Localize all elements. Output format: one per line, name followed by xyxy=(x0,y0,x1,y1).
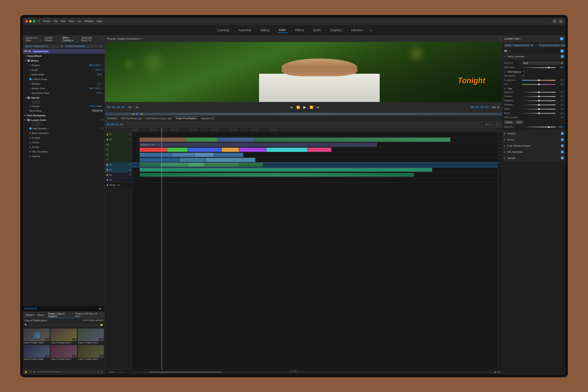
clip-v1-5[interactable] xyxy=(239,163,263,166)
bc-auto-button[interactable]: Auto xyxy=(515,120,524,124)
workspace-libraries[interactable]: Libraries xyxy=(349,28,364,33)
rotation-stopwatch[interactable]: ◷ xyxy=(29,82,31,85)
clip-v4-6[interactable] xyxy=(266,148,307,152)
refresh-icon[interactable]: ↺ xyxy=(97,370,99,373)
clip-v1-1[interactable] xyxy=(140,163,160,166)
clip-v2-3[interactable] xyxy=(206,158,255,162)
tab-lumetri-scopes[interactable]: Lumetri Scopes xyxy=(43,36,60,42)
clip-v3-2[interactable] xyxy=(172,153,194,157)
playhead[interactable] xyxy=(137,112,137,116)
tl-zoom-in[interactable]: + xyxy=(128,371,129,374)
tl-tool-text[interactable]: T xyxy=(496,123,498,126)
tab-project-kor[interactable]: Project: KOR Plus 15 secc xyxy=(74,312,101,318)
vignette-enable-checkbox[interactable] xyxy=(561,157,564,159)
tab-history[interactable]: History xyxy=(36,313,46,317)
apple-menu[interactable]:  xyxy=(39,20,40,23)
hdr-white-slider[interactable] xyxy=(522,67,556,68)
opacity-value[interactable]: 100.0 % xyxy=(89,105,97,107)
scale-value[interactable]: 100.0 xyxy=(95,69,100,71)
lumetri-enable-check[interactable] xyxy=(560,37,563,40)
workspace-graphics[interactable]: Graphics xyxy=(328,28,344,33)
tint-slider[interactable] xyxy=(522,84,556,85)
op-reset[interactable]: ↺ xyxy=(101,105,103,107)
lumetri-sequence-select[interactable]: Tonight (Final Master) * Adjust... xyxy=(538,44,565,47)
tab-source[interactable]: Source (no clips) xyxy=(24,36,42,42)
clip-v4-7[interactable] xyxy=(307,148,331,152)
position-y[interactable]: 540.0 xyxy=(95,64,100,66)
clip-v4-2[interactable] xyxy=(167,148,187,152)
af-stopwatch[interactable]: ◷ xyxy=(29,92,31,94)
af-reset[interactable]: ↺ xyxy=(101,92,103,94)
maximize-button[interactable] xyxy=(33,20,35,22)
tl-tab-tonight[interactable]: Tonight (Final Master) ≡ xyxy=(174,117,199,120)
view-menu[interactable]: View xyxy=(69,20,74,23)
uniform-scale-checkbox[interactable] xyxy=(29,78,31,80)
lumetri-layer-select[interactable]: Master * Adjustment Layer xyxy=(504,44,534,47)
workspace-effects[interactable]: Effects xyxy=(293,28,306,33)
window-menu[interactable]: Window xyxy=(84,20,93,23)
file-menu[interactable]: File xyxy=(54,20,58,23)
curves-enable-checkbox[interactable] xyxy=(561,138,564,141)
clip-a1-main[interactable] xyxy=(140,168,432,172)
vignette-header[interactable]: ▶ Vignette xyxy=(502,155,565,161)
zoom-slider[interactable] xyxy=(37,371,96,372)
sequence-dropdown[interactable]: Tonight (Final Maste... xyxy=(64,44,103,48)
exposure-slider[interactable] xyxy=(522,92,556,93)
ap-x[interactable]: 960.0 xyxy=(89,87,94,90)
list-item[interactable]: 1:04 Copy of Tonight Linked... xyxy=(23,328,50,344)
color-wheels-ec-row[interactable]: ▶ Curves xyxy=(23,145,105,149)
contrast-slider[interactable] xyxy=(522,96,556,97)
lumetri-check[interactable] xyxy=(561,50,564,52)
input-lut-select[interactable]: None xyxy=(522,61,564,65)
clip-v6[interactable] xyxy=(140,138,451,142)
tl-scroll-bar[interactable] xyxy=(131,372,492,373)
wb-eyedropper[interactable]: ✎ xyxy=(523,70,525,74)
ec-nav-prev[interactable]: ◀ xyxy=(98,308,100,310)
tab-markers[interactable]: Markers xyxy=(24,313,35,317)
clip-v3-4[interactable] xyxy=(214,153,243,157)
timeline-main[interactable]: 00:00 00:29:23 00:59:22 01:29:21 01:59:2… xyxy=(132,128,498,370)
tab-project-copy[interactable]: Project: Copy of Tonight ≡ xyxy=(47,312,73,318)
layer-dropdown[interactable]: Master * Adjustment La... xyxy=(24,44,63,48)
help-menu[interactable]: Help xyxy=(97,20,102,23)
go-to-start-btn[interactable]: ⏮ xyxy=(289,105,294,109)
tl-zoom-slider[interactable] xyxy=(109,372,126,372)
quality-select[interactable]: Full 1/2 1/4 xyxy=(490,105,500,109)
hsl-secondary-header[interactable]: ▶ HSL Secondary xyxy=(502,149,565,155)
workspace-more[interactable]: » xyxy=(370,28,372,32)
rotation-reset[interactable]: ↺ xyxy=(101,82,103,85)
clip-v4-5[interactable] xyxy=(239,148,266,152)
eye-icon-v7[interactable]: 👁 xyxy=(129,133,131,136)
curves-header[interactable]: ▶ Curves xyxy=(502,137,565,142)
clip-v3-3[interactable] xyxy=(195,153,214,157)
tl-tool-razor[interactable]: ✂ xyxy=(489,123,491,126)
time-remapping-section[interactable]: ▶ Time Remapping xyxy=(23,113,105,118)
tl-tab-kor30[interactable]: KOR Plus 30 sec. spot xyxy=(119,117,144,120)
op-stopwatch[interactable]: ◷ xyxy=(29,105,31,107)
color-wheels-header[interactable]: ▶ Color Wheels & Match xyxy=(502,143,565,149)
workspace-learning[interactable]: Learning xyxy=(216,28,231,33)
hd-checkbox[interactable] xyxy=(29,128,31,130)
creative-ec-row[interactable]: ▶ Creative xyxy=(23,136,105,140)
step-back-btn[interactable]: ⏪ xyxy=(295,105,301,109)
close-button[interactable] xyxy=(25,20,28,22)
workspace-editing[interactable]: Editing xyxy=(259,28,271,33)
play-btn[interactable]: ▶ xyxy=(302,104,307,110)
bc-reset-button[interactable]: Reset xyxy=(504,120,514,124)
clip-v1-3[interactable] xyxy=(188,163,205,166)
creative-enable-checkbox[interactable] xyxy=(561,132,564,135)
list-item[interactable]: 2:19 Copy of Tonight Linked... xyxy=(50,328,77,344)
search-input[interactable] xyxy=(28,323,99,327)
clip-v1-4[interactable] xyxy=(205,163,239,166)
tl-tab-961[interactable]: 961A6981 xyxy=(106,117,119,120)
position-x[interactable]: 960.0 xyxy=(89,64,94,66)
hsl-enable-checkbox[interactable] xyxy=(561,150,564,153)
hsl-secondary-ec-row[interactable]: ▶ HSL Secondary xyxy=(23,149,105,154)
tl-tool-select[interactable]: ▼ xyxy=(485,123,488,126)
fit-select[interactable]: Fit 25% 50% 100% xyxy=(127,105,139,109)
op-next[interactable]: ▶ xyxy=(100,105,101,107)
ec-nav-next[interactable]: ▶ xyxy=(100,308,102,310)
list-item[interactable]: 1:50 Copy of Tonight Linked... xyxy=(23,345,50,360)
workspace-assembly[interactable]: Assembly xyxy=(237,28,253,33)
cw-enable-checkbox[interactable] xyxy=(561,144,564,147)
